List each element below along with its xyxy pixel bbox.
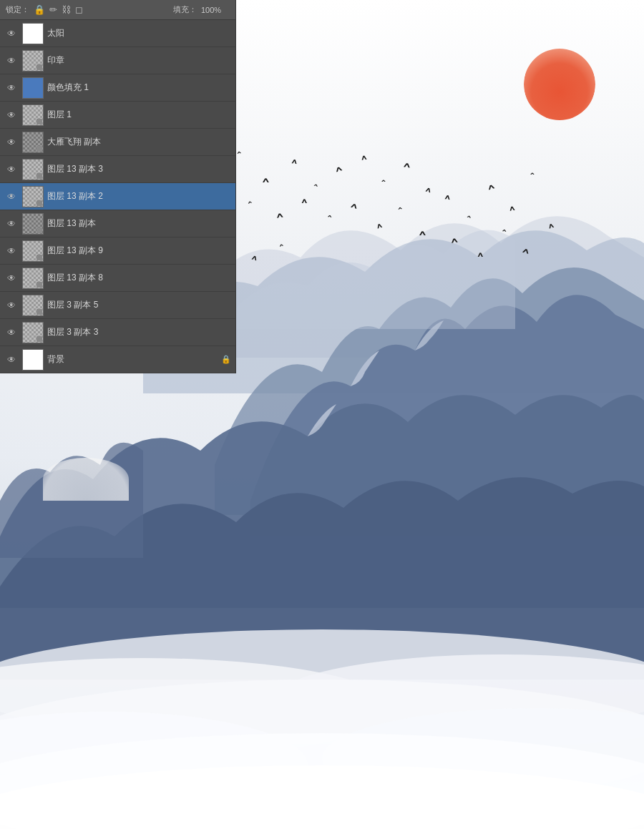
bird-11: ∧ xyxy=(275,212,285,220)
layer-row-11[interactable]: 👁图层 3 副本 3 xyxy=(0,319,235,346)
layer-name-9: 图层 13 副本 8 xyxy=(47,272,231,284)
bird-18: ∧ xyxy=(444,194,452,201)
layer-link-icon-10 xyxy=(36,309,42,315)
bird-12: ∧ xyxy=(301,198,308,205)
layer-thumb-9 xyxy=(22,268,44,289)
visibility-toggle-9[interactable]: 👁 xyxy=(4,273,19,284)
layer-link-icon-4 xyxy=(36,146,42,152)
layer-thumb-0 xyxy=(22,23,44,44)
bird-27: ∧ xyxy=(477,252,484,258)
layer-row-3[interactable]: 👁图层 1 xyxy=(0,102,235,129)
birds-container: ∧˄∧∧˄∧∧˄∧∧˄∧∧˄∧∧˄∧∧˄∧∧˄∧∧˄∧∧˄∧∧ xyxy=(208,143,565,300)
fill-value: 100% xyxy=(201,6,230,14)
bird-16: ˄ xyxy=(397,207,404,214)
bird-25: ˄ xyxy=(278,244,286,252)
layers-panel: 锁定： 🔒 ✏ ⛓ ◻ 填充： 100% 👁太阳👁印章👁颜色填充 1👁图层 1👁… xyxy=(0,0,236,373)
layer-thumb-4 xyxy=(22,132,44,153)
bird-9: ∧ xyxy=(424,187,433,195)
bird-29: ∧ xyxy=(521,247,532,255)
layer-row-4[interactable]: 👁大雁飞翔 副本 xyxy=(0,129,235,156)
layer-link-icon-8 xyxy=(36,255,42,260)
layer-row-12[interactable]: 👁背景🔒 xyxy=(0,346,235,373)
lock-label: 锁定： xyxy=(6,4,29,15)
layer-link-icon-5 xyxy=(36,173,42,179)
layers-toolbar: 锁定： 🔒 ✏ ⛓ ◻ 填充： 100% xyxy=(0,0,235,20)
layer-thumb-6 xyxy=(22,186,44,207)
layer-name-0: 太阳 xyxy=(47,27,231,39)
visibility-toggle-0[interactable]: 👁 xyxy=(4,28,19,39)
layer-name-6: 图层 13 副本 2 xyxy=(47,190,231,202)
bird-26: ∧ xyxy=(449,237,459,245)
bird-22: ˄ xyxy=(530,173,536,180)
visibility-toggle-3[interactable]: 👁 xyxy=(4,109,19,121)
layer-row-10[interactable]: 👁图层 3 副本 5 xyxy=(0,292,235,319)
bird-4: ˄ xyxy=(311,184,319,192)
layer-thumb-8 xyxy=(22,240,44,262)
visibility-toggle-12[interactable]: 👁 xyxy=(4,354,19,366)
visibility-toggle-5[interactable]: 👁 xyxy=(4,164,19,175)
layer-thumb-5 xyxy=(22,159,44,180)
bird-8: ∧ xyxy=(401,162,411,170)
moon-element xyxy=(43,458,129,501)
layer-thumb-2 xyxy=(22,77,44,99)
layer-name-10: 图层 3 副本 5 xyxy=(47,299,231,311)
layer-link-icon-1 xyxy=(36,64,42,70)
layer-name-1: 印章 xyxy=(47,54,231,67)
layer-link-icon-9 xyxy=(36,282,42,288)
layer-thumb-12 xyxy=(22,349,44,371)
bird-7: ˄ xyxy=(381,180,387,187)
layer-name-5: 图层 13 副本 3 xyxy=(47,163,231,175)
visibility-toggle-7[interactable]: 👁 xyxy=(4,218,19,230)
bird-28: ˄ xyxy=(501,230,508,237)
layer-name-2: 颜色填充 1 xyxy=(47,82,231,94)
visibility-toggle-11[interactable]: 👁 xyxy=(4,327,19,338)
bird-20: ∧ xyxy=(486,182,497,191)
link-icon[interactable]: ⛓ xyxy=(62,4,71,15)
layer-row-1[interactable]: 👁印章 xyxy=(0,47,235,74)
layer-name-4: 大雁飞翔 副本 xyxy=(47,136,231,148)
layer-thumb-10 xyxy=(22,295,44,316)
layer-name-12: 背景 xyxy=(47,353,218,366)
bird-21: ∧ xyxy=(508,205,517,212)
layer-row-5[interactable]: 👁图层 13 副本 3 xyxy=(0,156,235,183)
lock-icon[interactable]: 🔒 xyxy=(34,4,45,15)
layer-row-0[interactable]: 👁太阳 xyxy=(0,20,235,47)
layer-list: 👁太阳👁印章👁颜色填充 1👁图层 1👁大雁飞翔 副本👁图层 13 副本 3👁图层… xyxy=(0,20,235,373)
bird-17: ∧ xyxy=(418,230,427,237)
visibility-toggle-1[interactable]: 👁 xyxy=(4,55,19,67)
layer-name-8: 图层 13 副本 9 xyxy=(47,245,231,257)
layer-row-6[interactable]: 👁图层 13 副本 2 xyxy=(0,183,235,210)
bird-5: ∧ xyxy=(333,165,344,173)
brush-icon[interactable]: ✏ xyxy=(49,4,57,15)
layer-row-7[interactable]: 👁图层 13 副本 xyxy=(0,210,235,237)
visibility-toggle-2[interactable]: 👁 xyxy=(4,82,19,94)
layer-thumb-7 xyxy=(22,213,44,235)
bird-3: ∧ xyxy=(291,158,299,165)
layer-row-2[interactable]: 👁颜色填充 1 xyxy=(0,74,235,102)
layer-link-icon-7 xyxy=(36,227,42,233)
bird-13: ˄ xyxy=(326,215,333,222)
visibility-toggle-6[interactable]: 👁 xyxy=(4,191,19,202)
layer-name-11: 图层 3 副本 3 xyxy=(47,326,231,338)
bird-2: ∧ xyxy=(261,177,270,184)
bird-10: ˄ xyxy=(247,201,255,209)
layer-row-9[interactable]: 👁图层 13 副本 8 xyxy=(0,265,235,292)
layer-thumb-11 xyxy=(22,322,44,343)
bird-14: ∧ xyxy=(349,202,360,210)
layer-thumb-1 xyxy=(22,50,44,72)
bird-24: ∧ xyxy=(250,255,259,263)
bird-19: ˄ xyxy=(464,215,472,223)
layer-lock-12: 🔒 xyxy=(221,355,231,364)
layer-thumb-3 xyxy=(22,104,44,126)
fill-label: 填充： xyxy=(173,4,197,15)
visibility-toggle-4[interactable]: 👁 xyxy=(4,137,19,148)
layer-link-icon-3 xyxy=(36,119,42,124)
shield-icon[interactable]: ◻ xyxy=(75,4,83,15)
visibility-toggle-10[interactable]: 👁 xyxy=(4,300,19,311)
layer-name-7: 图层 13 副本 xyxy=(47,217,231,230)
bird-1: ˄ xyxy=(236,151,243,158)
bird-30: ∧ xyxy=(547,222,556,231)
sun-element xyxy=(524,49,595,120)
layer-row-8[interactable]: 👁图层 13 副本 9 xyxy=(0,237,235,265)
visibility-toggle-8[interactable]: 👁 xyxy=(4,245,19,257)
